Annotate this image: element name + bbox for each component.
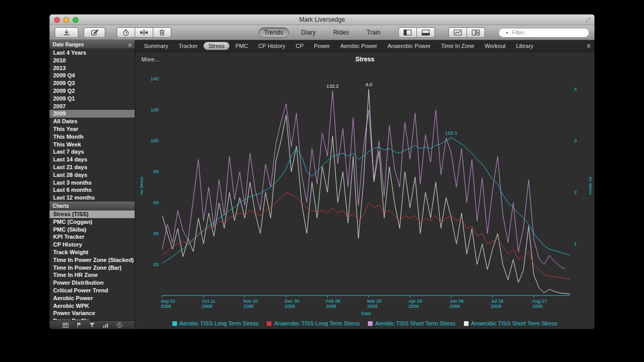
svg-text:Aug 27: Aug 27 [533, 299, 548, 304]
chart-item[interactable]: Critical Power Trend [50, 287, 135, 294]
chart-area: More... Stress Sep 012008Oct 112008Nov 2… [135, 52, 594, 329]
tab-stress[interactable]: Stress [203, 42, 230, 50]
toggle-lowbar-button[interactable] [417, 27, 435, 38]
chart-item[interactable]: PMC (Coggan) [50, 218, 135, 226]
date-ranges-menu-icon[interactable]: ≡ [128, 42, 132, 48]
filter-field[interactable]: ▼ [498, 28, 589, 38]
bars-icon[interactable] [103, 322, 109, 328]
tab-aerobic-power[interactable]: Aerobic Power [335, 42, 382, 50]
daterange-item[interactable]: 2009 Q3 [50, 79, 135, 87]
chart-item[interactable]: Aerobic WPK [50, 302, 135, 310]
intervals-icon [140, 29, 148, 36]
main-toolbar: TrendsDiaryRidesTrain ▼ [50, 25, 594, 40]
funnel-icon[interactable] [89, 322, 95, 328]
compose-button[interactable] [84, 27, 105, 38]
tab-tracker[interactable]: Tracker [174, 42, 202, 50]
svg-text:2: 2 [574, 189, 577, 195]
stress-chart[interactable]: Sep 012008Oct 112008Nov 202008Dec 302008… [136, 64, 593, 323]
tab-pmc[interactable]: PMC [231, 42, 252, 50]
svg-text:Ae Stress: Ae Stress [139, 177, 144, 195]
download-button[interactable] [55, 27, 78, 38]
view-train[interactable]: Train [361, 28, 385, 37]
download-icon [62, 29, 71, 36]
tile-view-button[interactable] [467, 27, 485, 38]
tab-cp-history[interactable]: CP History [254, 42, 290, 50]
daterange-item[interactable]: 2009 Q4 [50, 72, 135, 79]
chart-title: Stress [135, 56, 594, 63]
chart-item[interactable]: Time In Power Zone (Stacked) [50, 256, 135, 264]
svg-text:60: 60 [153, 200, 159, 205]
clock-icon[interactable] [117, 322, 122, 328]
fullscreen-icon[interactable]: ⤢ [586, 17, 590, 23]
title-bar[interactable]: Mark Liversedge ⤢ [50, 14, 594, 25]
tabbar-menu-icon[interactable]: ≡ [587, 42, 590, 50]
daterange-item[interactable]: 2009 Q2 [50, 87, 135, 95]
daterange-item[interactable]: 2007 [50, 103, 135, 110]
intervals-button[interactable] [135, 27, 153, 38]
view-trends[interactable]: Trends [259, 27, 289, 38]
chart-item[interactable]: Track Weight [50, 249, 135, 256]
chart-item[interactable]: Aerobic Power [50, 294, 135, 302]
daterange-item[interactable]: 2010 [50, 57, 135, 64]
tab-library[interactable]: Library [511, 42, 538, 50]
svg-text:80: 80 [153, 169, 159, 174]
legend-label: Anaerobic TISS Short Term Stress [471, 320, 558, 326]
daterange-item[interactable]: This Month [50, 133, 135, 141]
tab-power[interactable]: Power [309, 42, 334, 50]
chart-item[interactable]: KPI Tracker [50, 233, 135, 241]
daterange-item[interactable]: 2009 Q1 [50, 95, 135, 103]
tab-summary[interactable]: Summary [139, 42, 173, 50]
tile-view-icon [472, 29, 480, 36]
stopwatch-button[interactable] [117, 27, 135, 38]
svg-text:2008: 2008 [285, 304, 295, 309]
daterange-item[interactable]: Last 12 months [50, 194, 135, 202]
filter-dropdown-icon[interactable]: ▼ [505, 31, 509, 35]
svg-text:4: 4 [574, 86, 577, 92]
daterange-item[interactable]: This Year [50, 125, 135, 133]
charts-header[interactable]: Charts [50, 202, 135, 210]
chart-view-button[interactable] [448, 27, 467, 38]
filter-input[interactable] [511, 29, 586, 36]
chart-legend: Aerobic TISS Long Term StressAnaerobic T… [135, 320, 594, 326]
daterange-item[interactable]: Last 7 days [50, 148, 135, 156]
chart-item[interactable]: PMC (Skiba) [50, 226, 135, 234]
sidebar: Date Ranges ≡ Last 4 Years201020132009 Q… [50, 40, 135, 329]
chart-item[interactable]: Power Variance [50, 309, 135, 317]
daterange-item[interactable]: 2013 [50, 64, 135, 72]
sidebar-left-icon [404, 29, 412, 36]
tab-workout[interactable]: Workout [480, 42, 510, 50]
view-rides[interactable]: Rides [328, 28, 355, 37]
legend-swatch [172, 321, 177, 326]
chart-item[interactable]: Time In Power Zone (Bar) [50, 264, 135, 272]
daterange-item[interactable]: 2009 [50, 110, 135, 118]
chart-item[interactable]: CP History [50, 241, 135, 249]
tab-time-in-zone[interactable]: Time In Zone [437, 42, 479, 50]
tab-cp[interactable]: CP [291, 42, 308, 50]
flag-icon[interactable] [76, 322, 82, 328]
calendar-chart-icon[interactable] [62, 322, 69, 328]
daterange-item[interactable]: Last 4 Years [50, 49, 135, 57]
daterange-item[interactable]: Last 6 months [50, 186, 135, 194]
charts-header-label: Charts [53, 203, 132, 209]
svg-text:40: 40 [153, 231, 159, 236]
svg-text:132.2: 132.2 [327, 83, 339, 89]
daterange-item[interactable]: Last 28 days [50, 171, 135, 179]
svg-text:3: 3 [574, 138, 577, 143]
legend-label: Aerobic TISS Short Term Stress [375, 320, 455, 326]
chart-item[interactable]: Stress (TISS) [50, 210, 135, 218]
daterange-item[interactable]: This Week [50, 141, 135, 149]
legend-label: Aerobic TISS Long Term Stress [180, 320, 259, 326]
view-diary[interactable]: Diary [296, 28, 321, 37]
chart-item[interactable]: Time In HR Zone [50, 271, 135, 279]
daterange-item[interactable]: Last 3 months [50, 179, 135, 187]
chart-item[interactable]: Power Distribution [50, 279, 135, 287]
daterange-item[interactable]: All Dates [50, 118, 135, 125]
daterange-item[interactable]: Last 14 days [50, 156, 135, 163]
date-ranges-header[interactable]: Date Ranges ≡ [50, 40, 135, 49]
toggle-sidebar-button[interactable] [398, 27, 417, 38]
delete-button[interactable] [153, 27, 171, 38]
daterange-item[interactable]: Last 21 days [50, 163, 135, 171]
tab-anaerobic-power[interactable]: Anaerobic Power [383, 42, 436, 50]
svg-text:2008: 2008 [202, 304, 213, 309]
svg-text:Jul 18: Jul 18 [491, 299, 504, 304]
